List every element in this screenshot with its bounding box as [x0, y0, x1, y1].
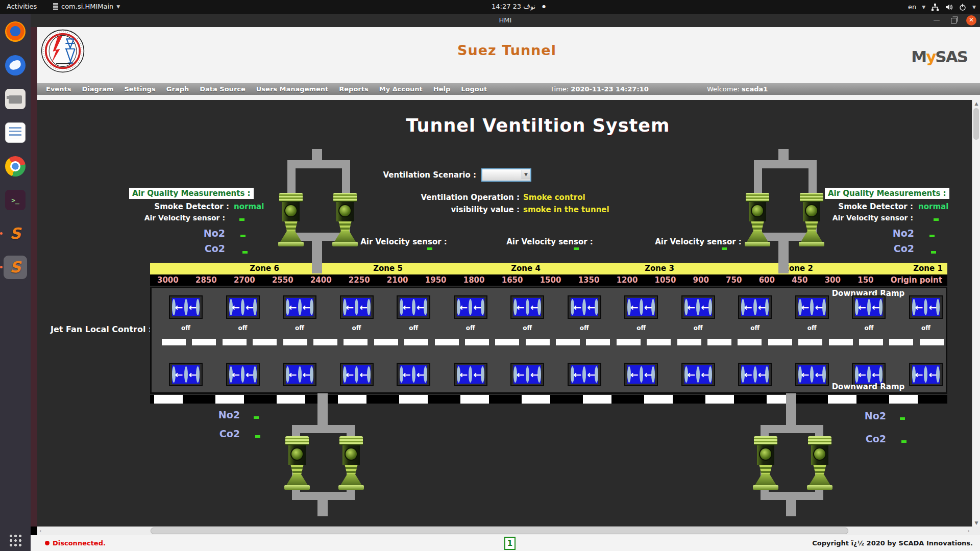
- activities-button[interactable]: Activities: [7, 3, 37, 10]
- fan-control-field[interactable]: [677, 339, 701, 345]
- jet-fan-icon[interactable]: ←←: [568, 363, 601, 386]
- dock-item-app-grid[interactable]: [4, 529, 27, 551]
- axial-blower-icon[interactable]: [756, 436, 775, 493]
- fan-control-field[interactable]: [889, 339, 913, 345]
- scrollbar-handle[interactable]: [973, 108, 979, 140]
- fan-control-field[interactable]: [495, 339, 519, 345]
- jet-fan-icon[interactable]: ←←: [624, 295, 658, 319]
- menu-item-logout[interactable]: Logout: [461, 85, 487, 93]
- menu-item-help[interactable]: Help: [433, 85, 450, 93]
- fan-control-field[interactable]: [465, 339, 489, 345]
- fan-control-field[interactable]: [283, 339, 307, 345]
- app-indicator-menu[interactable]: com.si.HMIMain ▼: [53, 3, 120, 10]
- dock-item-scada-s-icon[interactable]: S: [4, 222, 27, 245]
- jet-fan-icon[interactable]: ←←: [226, 295, 260, 319]
- menu-item-events[interactable]: Events: [46, 85, 71, 93]
- fan-control-field[interactable]: [859, 339, 883, 345]
- fan-control-field[interactable]: [920, 339, 944, 345]
- axial-blower-icon[interactable]: [281, 193, 301, 250]
- menu-item-data-source[interactable]: Data Source: [200, 85, 246, 93]
- menu-item-reports[interactable]: Reports: [339, 85, 368, 93]
- jet-fan-icon[interactable]: ←←: [909, 295, 943, 319]
- fan-control-field[interactable]: [647, 339, 671, 345]
- minimize-button[interactable]: —: [933, 16, 940, 23]
- ventilation-scenario-select[interactable]: ▼: [481, 168, 531, 182]
- fan-control-field[interactable]: [798, 339, 822, 345]
- clock-menu[interactable]: 14:27 23 نوف ●: [492, 3, 546, 10]
- fan-control-field[interactable]: [374, 339, 398, 345]
- horizontal-scrollbar[interactable]: ‹ ›: [37, 527, 980, 535]
- language-indicator[interactable]: en: [908, 3, 916, 11]
- scrollbar-handle[interactable]: [151, 528, 848, 534]
- jet-fan-icon[interactable]: ←←: [510, 363, 544, 386]
- fan-control-field[interactable]: [435, 339, 459, 345]
- jet-fan-icon[interactable]: ←←: [340, 295, 374, 319]
- jet-fan-icon[interactable]: ←←: [852, 295, 886, 319]
- vertical-scrollbar[interactable]: ▲ ▼: [972, 100, 980, 527]
- menu-item-users-management[interactable]: Users Management: [256, 85, 328, 93]
- menu-item-graph[interactable]: Graph: [166, 85, 189, 93]
- jet-fan-icon[interactable]: ←←: [283, 295, 316, 319]
- jet-fan-icon[interactable]: ←←: [397, 363, 430, 386]
- fan-control-field[interactable]: [768, 339, 792, 345]
- menu-item-diagram[interactable]: Diagram: [82, 85, 113, 93]
- system-tray[interactable]: en ▼ ▼: [908, 0, 976, 14]
- axial-blower-icon[interactable]: [802, 193, 821, 250]
- axial-blower-icon[interactable]: [287, 436, 307, 493]
- fan-control-field[interactable]: [344, 339, 368, 345]
- fan-control-field[interactable]: [162, 339, 186, 345]
- menu-item-settings[interactable]: Settings: [124, 85, 155, 93]
- scroll-up-icon[interactable]: ▲: [972, 101, 980, 106]
- jet-fan-icon[interactable]: ←←: [738, 295, 772, 319]
- dock-item-firefox-icon[interactable]: [4, 20, 27, 43]
- page-number[interactable]: 1: [504, 537, 516, 550]
- dock-item-writer-icon[interactable]: [4, 121, 27, 144]
- jet-fan-icon[interactable]: ←←: [795, 295, 829, 319]
- fan-control-field[interactable]: [223, 339, 247, 345]
- jet-fan-icon[interactable]: ←←: [169, 363, 203, 386]
- jet-fan-icon[interactable]: ←←: [510, 295, 544, 319]
- fan-control-field[interactable]: [404, 339, 428, 345]
- fan-control-field[interactable]: [556, 339, 580, 345]
- jet-fan-icon[interactable]: ←←: [624, 363, 658, 386]
- dock-item-terminal-icon[interactable]: >_: [4, 188, 27, 212]
- scroll-right-icon[interactable]: ›: [968, 528, 970, 534]
- fan-control-field[interactable]: [586, 339, 610, 345]
- axial-blower-icon[interactable]: [341, 436, 361, 493]
- window-titlebar[interactable]: HMI — ✕: [31, 14, 980, 27]
- visibility-value: smoke in the tunnel: [523, 205, 609, 214]
- jet-fan-icon[interactable]: ←←: [681, 295, 715, 319]
- mysas-logo: MySAS: [911, 47, 967, 66]
- dock-item-scada-s-active-icon[interactable]: S: [4, 256, 27, 279]
- dock-item-files-icon[interactable]: [4, 87, 27, 111]
- dock-item-thunderbird-icon[interactable]: [4, 54, 27, 77]
- fan-control-field[interactable]: [253, 339, 277, 345]
- jet-fan-icon[interactable]: ←←: [454, 295, 487, 319]
- maximize-button[interactable]: [951, 18, 957, 23]
- menu-item-my-account[interactable]: My Account: [379, 85, 423, 93]
- fan-control-field[interactable]: [738, 339, 762, 345]
- axial-blower-icon[interactable]: [748, 193, 767, 250]
- jet-fan-icon[interactable]: ←←: [226, 363, 260, 386]
- scroll-down-icon[interactable]: ▼: [972, 520, 980, 525]
- fan-control-field[interactable]: [829, 339, 853, 345]
- fan-control-field[interactable]: [313, 339, 337, 345]
- jet-fan-icon[interactable]: ←←: [454, 363, 487, 386]
- jet-fan-icon[interactable]: ←←: [738, 363, 772, 386]
- jet-fan-icon[interactable]: ←←: [681, 363, 715, 386]
- jet-fan-icon[interactable]: ←←: [283, 363, 316, 386]
- axial-blower-icon[interactable]: [335, 193, 355, 250]
- axial-blower-icon[interactable]: [810, 436, 829, 493]
- jet-fan-icon[interactable]: ←←: [397, 295, 430, 319]
- scroll-left-icon[interactable]: ‹: [39, 528, 41, 534]
- close-button[interactable]: ✕: [966, 15, 976, 26]
- jet-fan-icon[interactable]: ←←: [568, 295, 601, 319]
- fan-control-field[interactable]: [192, 339, 216, 345]
- fan-status-label: off: [807, 324, 817, 332]
- jet-fan-icon[interactable]: ←←: [340, 363, 374, 386]
- fan-control-field[interactable]: [707, 339, 731, 345]
- jet-fan-icon[interactable]: ←←: [169, 295, 203, 319]
- fan-control-field[interactable]: [526, 339, 550, 345]
- fan-control-field[interactable]: [617, 339, 641, 345]
- dock-item-chrome-icon[interactable]: [4, 155, 27, 178]
